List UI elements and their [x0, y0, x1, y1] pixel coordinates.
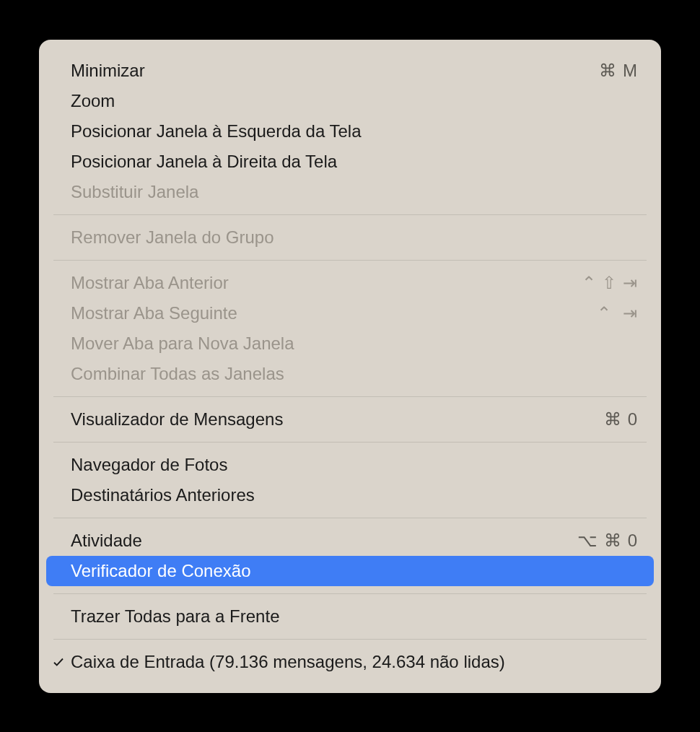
menu-divider	[53, 260, 647, 261]
menu-item-merge-windows: Combinar Todas as Janelas	[39, 359, 661, 389]
menu-item-bring-all-front[interactable]: Trazer Todas para a Frente	[39, 601, 661, 632]
menu-item-label: Visualizador de Mensagens	[71, 409, 604, 430]
menu-item-message-viewer[interactable]: Visualizador de Mensagens ⌘ 0	[39, 404, 661, 435]
menu-item-remove-from-group: Remover Janela do Grupo	[39, 222, 661, 253]
menu-item-label: Mostrar Aba Anterior	[71, 273, 582, 293]
menu-divider	[53, 214, 647, 215]
menu-item-previous-recipients[interactable]: Destinatários Anteriores	[39, 480, 661, 510]
menu-item-move-left[interactable]: Posicionar Janela à Esquerda da Tela	[39, 116, 661, 147]
menu-item-minimize[interactable]: Minimizar ⌘ M	[39, 56, 661, 86]
menu-item-shortcut: ⌘ M	[599, 61, 638, 81]
menu-item-shortcut: ⌥ ⌘ 0	[577, 531, 638, 551]
menu-item-label: Caixa de Entrada (79.136 mensagens, 24.6…	[71, 652, 638, 672]
menu-item-replace-window: Substituir Janela	[39, 177, 661, 207]
menu-item-label: Destinatários Anteriores	[71, 485, 638, 505]
menu-item-move-tab-new-window: Mover Aba para Nova Janela	[39, 328, 661, 359]
menu-item-connection-doctor[interactable]: Verificador de Conexão	[46, 556, 654, 586]
menu-divider	[53, 442, 647, 443]
menu-item-label: Remover Janela do Grupo	[71, 227, 638, 248]
menu-item-next-tab: Mostrar Aba Seguinte ⌃ ⇥	[39, 298, 661, 328]
menu-divider	[53, 639, 647, 640]
menu-item-label: Navegador de Fotos	[71, 455, 638, 475]
menu-item-label: Substituir Janela	[71, 182, 638, 202]
menu-item-label: Atividade	[71, 531, 577, 551]
menu-item-label: Verificador de Conexão	[71, 561, 638, 581]
menu-item-photo-browser[interactable]: Navegador de Fotos	[39, 450, 661, 480]
menu-divider	[53, 518, 647, 518]
menu-item-shortcut: ⌃ ⇧ ⇥	[582, 273, 638, 293]
menu-item-label: Minimizar	[71, 61, 599, 81]
menu-item-label: Trazer Todas para a Frente	[71, 606, 638, 627]
menu-item-shortcut: ⌃ ⇥	[597, 303, 638, 323]
menu-item-shortcut: ⌘ 0	[604, 409, 638, 430]
menu-item-label: Mover Aba para Nova Janela	[71, 334, 638, 354]
menu-divider	[53, 593, 647, 594]
menu-item-label: Zoom	[71, 91, 638, 111]
menu-item-zoom[interactable]: Zoom	[39, 86, 661, 116]
menu-item-activity[interactable]: Atividade ⌥ ⌘ 0	[39, 526, 661, 556]
menu-item-move-right[interactable]: Posicionar Janela à Direita da Tela	[39, 147, 661, 177]
menu-divider	[53, 396, 647, 397]
menu-item-prev-tab: Mostrar Aba Anterior ⌃ ⇧ ⇥	[39, 268, 661, 298]
menu-item-inbox-window[interactable]: Caixa de Entrada (79.136 mensagens, 24.6…	[39, 647, 661, 677]
menu-item-label: Posicionar Janela à Direita da Tela	[71, 152, 638, 172]
menu-item-label: Combinar Todas as Janelas	[71, 364, 638, 384]
menu-item-label: Mostrar Aba Seguinte	[71, 303, 597, 323]
window-menu-panel: Minimizar ⌘ M Zoom Posicionar Janela à E…	[39, 40, 661, 693]
menu-item-label: Posicionar Janela à Esquerda da Tela	[71, 121, 638, 141]
check-icon	[52, 655, 71, 668]
